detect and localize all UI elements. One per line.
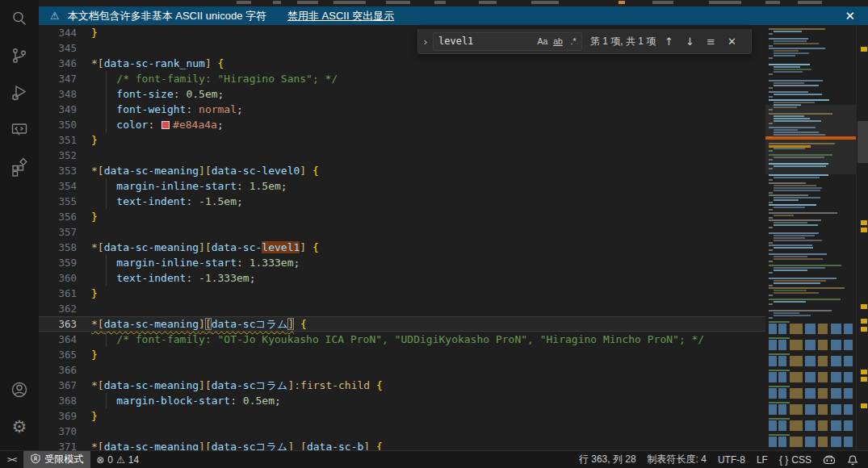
scrollbar-thumb[interactable] <box>858 121 868 163</box>
line-content[interactable] <box>89 148 765 163</box>
code-line[interactable]: 357 <box>39 224 765 240</box>
code-line[interactable]: 356} <box>39 209 765 224</box>
code-line[interactable]: 363*[data-sc-meaning][data-scコラム] { <box>39 316 765 332</box>
line-number[interactable]: 370 <box>39 424 89 439</box>
find-next-icon[interactable]: ↓ <box>681 33 698 49</box>
whole-word-toggle[interactable]: ab <box>551 34 565 48</box>
code-line[interactable]: 347 /* font-family: "Hiragino Sans"; */ <box>39 71 765 86</box>
line-content[interactable]: /* font-family: "OT-Jo Kyoukasho ICA Pro… <box>89 332 765 347</box>
line-number[interactable]: 355 <box>39 194 89 209</box>
code-line[interactable]: 361} <box>39 286 765 301</box>
line-content[interactable]: text-indent: -1.5em; <box>89 194 765 209</box>
code-line[interactable]: 370 <box>39 424 765 439</box>
line-number[interactable]: 352 <box>39 148 89 163</box>
remote-explorer-icon[interactable] <box>0 111 39 148</box>
line-content[interactable] <box>89 224 765 240</box>
code-line[interactable]: 351} <box>39 132 765 148</box>
line-number[interactable]: 345 <box>39 40 89 56</box>
toggle-replace-chevron-icon[interactable]: › <box>418 29 433 53</box>
line-content[interactable]: } <box>89 132 765 148</box>
line-number[interactable]: 366 <box>39 362 89 378</box>
code-line[interactable]: 354 margin-inline-start: 1.5em; <box>39 178 765 194</box>
problems-button[interactable]: ⊗ 0 ⚠ 14 <box>90 451 145 468</box>
line-number[interactable]: 346 <box>39 56 89 71</box>
code-line[interactable]: 366 <box>39 362 765 378</box>
line-content[interactable]: font-weight: normal; <box>89 102 765 117</box>
line-content[interactable] <box>89 301 765 316</box>
code-line[interactable]: 368 margin-block-start: 0.5em; <box>39 393 765 408</box>
line-content[interactable]: text-indent: -1.333em; <box>89 270 765 286</box>
accounts-icon[interactable] <box>0 371 39 408</box>
find-query-text[interactable]: level1 <box>434 36 535 47</box>
source-control-icon[interactable] <box>0 37 39 74</box>
code-line[interactable]: 346*[data-sc-rank_num] { <box>39 56 765 71</box>
line-number[interactable]: 362 <box>39 301 89 316</box>
extensions-icon[interactable] <box>0 148 39 186</box>
search-icon[interactable] <box>0 0 39 37</box>
code-line[interactable]: 367*[data-sc-meaning][data-scコラム]:first-… <box>39 378 765 393</box>
settings-gear-icon[interactable]: ⚙ <box>0 408 39 445</box>
cursor-position-button[interactable]: 行 363, 列 28 <box>573 451 642 468</box>
line-number[interactable]: 368 <box>39 393 89 408</box>
find-in-selection-icon[interactable]: ≡ <box>702 33 719 49</box>
find-close-icon[interactable]: ✕ <box>723 33 740 49</box>
line-content[interactable]: *[data-sc-meaning][data-scコラム] { <box>89 316 765 332</box>
line-number[interactable]: 353 <box>39 163 89 178</box>
line-content[interactable]: margin-block-start: 0.5em; <box>89 393 765 408</box>
eol-button[interactable]: LF <box>751 451 774 468</box>
line-content[interactable]: } <box>89 209 765 224</box>
line-number[interactable]: 359 <box>39 255 89 270</box>
line-content[interactable] <box>89 362 765 378</box>
match-case-toggle[interactable]: Aa <box>535 34 550 48</box>
code-line[interactable]: 369} <box>39 408 765 424</box>
code-line[interactable]: 365} <box>39 347 765 362</box>
run-and-debug-icon[interactable] <box>0 74 39 111</box>
line-content[interactable]: /* font-family: "Hiragino Sans"; */ <box>89 71 765 86</box>
banner-close-icon[interactable]: ✕ <box>845 9 855 23</box>
code-line[interactable]: 352 <box>39 148 765 163</box>
line-number[interactable]: 351 <box>39 132 89 148</box>
line-number[interactable]: 357 <box>39 224 89 240</box>
line-number[interactable]: 360 <box>39 270 89 286</box>
encoding-button[interactable]: UTF-8 <box>712 451 751 468</box>
line-content[interactable]: } <box>89 347 765 362</box>
line-content[interactable]: *[data-sc-rank_num] { <box>89 56 765 71</box>
disable-non-ascii-highlight-link[interactable]: 禁用非 ASCII 突出显示 <box>287 9 394 23</box>
find-previous-icon[interactable]: ↑ <box>660 33 677 49</box>
line-content[interactable]: margin-inline-start: 1.333em; <box>89 255 765 270</box>
find-input[interactable]: level1 Aa ab .* <box>433 32 582 51</box>
minimap[interactable] <box>765 25 856 450</box>
language-mode-button[interactable]: { } CSS <box>774 451 817 468</box>
copilot-icon[interactable] <box>817 451 841 468</box>
line-number[interactable]: 363 <box>39 316 89 332</box>
restricted-mode-button[interactable]: 受限模式 <box>23 451 90 468</box>
code-line[interactable]: 358*[data-sc-meaning][data-sc-level1] { <box>39 240 765 255</box>
line-content[interactable]: *[data-sc-meaning][data-scコラム]:first-chi… <box>89 378 765 393</box>
code-line[interactable]: 359 margin-inline-start: 1.333em; <box>39 255 765 270</box>
line-number[interactable]: 349 <box>39 102 89 117</box>
line-content[interactable]: *[data-sc-meaning][data-sc-level1] { <box>89 240 765 255</box>
line-content[interactable]: } <box>89 408 765 424</box>
code-line[interactable]: 350 color: #e84a4a; <box>39 117 765 132</box>
code-line[interactable]: 349 font-weight: normal; <box>39 102 765 117</box>
line-number[interactable]: 356 <box>39 209 89 224</box>
line-number[interactable]: 367 <box>39 378 89 393</box>
code-line[interactable]: 348 font-size: 0.5em; <box>39 86 765 102</box>
line-number[interactable]: 350 <box>39 117 89 132</box>
line-content[interactable]: margin-inline-start: 1.5em; <box>89 178 765 194</box>
line-number[interactable]: 344 <box>39 25 89 40</box>
code-line[interactable]: 353*[data-sc-meaning][data-sc-level0] { <box>39 163 765 178</box>
code-editor[interactable]: 344}345346*[data-sc-rank_num] {347 /* fo… <box>39 25 765 450</box>
regex-toggle[interactable]: .* <box>566 34 581 48</box>
code-line[interactable]: 360 text-indent: -1.333em; <box>39 270 765 286</box>
code-line[interactable]: 362 <box>39 301 765 316</box>
line-number[interactable]: 347 <box>39 71 89 86</box>
tab-size-button[interactable]: 制表符长度: 4 <box>642 451 712 468</box>
line-number[interactable]: 348 <box>39 86 89 102</box>
line-number[interactable]: 358 <box>39 240 89 255</box>
line-number[interactable]: 371 <box>39 439 89 450</box>
line-number[interactable]: 364 <box>39 332 89 347</box>
line-content[interactable]: } <box>89 286 765 301</box>
line-number[interactable]: 361 <box>39 286 89 301</box>
line-content[interactable] <box>89 424 765 439</box>
